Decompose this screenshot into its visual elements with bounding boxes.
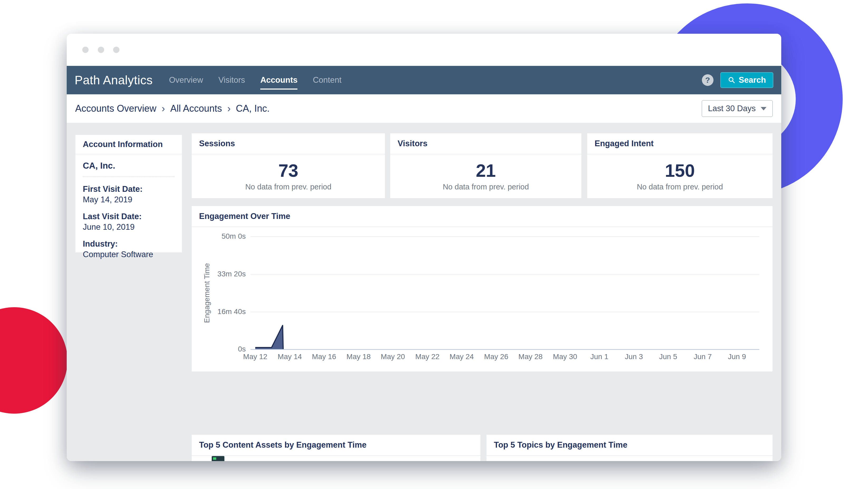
help-icon[interactable]: ? [702, 74, 713, 86]
list-title: Top 5 Content Assets by Engagement Time [199, 440, 367, 450]
x-axis-tick-label: May 16 [312, 353, 336, 361]
stat-title: Engaged Intent [595, 139, 654, 148]
stat-note: No data from prev. period [443, 183, 529, 191]
x-axis-tick-label: Jun 1 [590, 353, 609, 361]
field-label: Industry: [83, 239, 175, 249]
x-axis-tick-label: Jun 5 [659, 353, 677, 361]
x-axis-tick-label: May 26 [484, 353, 508, 361]
breadcrumb-all-accounts[interactable]: All Accounts [170, 103, 222, 114]
content-thumbnail [212, 456, 224, 461]
y-axis-label: Engagement Time [203, 263, 211, 323]
sessions-card: Sessions 73 No data from prev. period [192, 133, 385, 198]
window-control-dot[interactable] [82, 46, 89, 53]
field-value: May 14, 2019 [83, 194, 175, 205]
account-info-title: Account Information [83, 140, 163, 149]
tab-content[interactable]: Content [313, 66, 341, 94]
x-axis-tick-label: May 22 [415, 353, 439, 361]
x-axis-tick-label: May 20 [381, 353, 405, 361]
engagement-time-value: 2h 11m [739, 460, 765, 461]
y-axis-tick-label: 16m 40s [208, 307, 246, 317]
x-axis-tick-label: May 18 [346, 353, 371, 361]
window-titlebar [67, 34, 781, 66]
engagement-chart: 50m 0s 33m 20s 16m 40s 0s Engagement Tim… [192, 227, 773, 371]
engagement-chart-card: Engagement Over Time 50m 0s 33m 20s 16m … [192, 206, 773, 371]
chart-title: Engagement Over Time [199, 211, 290, 221]
top-navbar: Path Analytics Overview Visitors Account… [67, 66, 781, 94]
window-control-dot[interactable] [98, 46, 104, 53]
search-button-label: Search [739, 75, 766, 85]
stat-note: No data from prev. period [245, 183, 332, 191]
stat-value: 150 [665, 161, 695, 180]
rank-label: 1 [199, 460, 209, 461]
chevron-right-icon: › [227, 103, 231, 113]
stat-value: 21 [476, 161, 496, 180]
field-value: June 10, 2019 [83, 222, 175, 232]
list-title: Top 5 Topics by Engagement Time [494, 440, 627, 450]
content-asset-row[interactable]: 1 Whitepaper: The AlienVault Incident Re… [192, 456, 480, 461]
field-value: Computer Software [83, 249, 175, 260]
tab-accounts[interactable]: Accounts [260, 66, 298, 94]
field-label: First Visit Date: [83, 184, 175, 194]
topic-title[interactable]: Intrusion detection system [505, 460, 733, 461]
x-axis-tick-label: Jun 7 [694, 353, 712, 361]
x-axis-tick-label: May 24 [450, 353, 474, 361]
content-asset-title[interactable]: Whitepaper: The AlienVault Incident Resp… [234, 460, 440, 461]
search-button[interactable]: Search [720, 72, 773, 88]
account-name: CA, Inc. [83, 161, 175, 171]
app-window: Path Analytics Overview Visitors Account… [67, 34, 781, 461]
x-axis-tick-label: Jun 9 [728, 353, 746, 361]
breadcrumb: Accounts Overview › All Accounts › CA, I… [67, 94, 781, 123]
chevron-right-icon: › [162, 103, 165, 113]
date-range-value: Last 30 Days [708, 104, 756, 113]
field-label: Last Visit Date: [83, 211, 175, 222]
x-axis-tick-label: May 30 [553, 353, 577, 361]
y-axis-tick-label: 0s [208, 345, 246, 354]
x-axis-tick-label: May 14 [278, 353, 302, 361]
stat-value: 73 [278, 161, 299, 180]
account-info-card: Account Information CA, Inc. First Visit… [75, 135, 182, 252]
page-content: Account Information CA, Inc. First Visit… [67, 123, 781, 461]
x-axis-tick-label: May 28 [518, 353, 542, 361]
top-content-assets-card: Top 5 Content Assets by Engagement Time … [192, 435, 480, 461]
stat-title: Visitors [398, 139, 427, 148]
breadcrumb-current-account: CA, Inc. [236, 103, 270, 114]
date-range-select[interactable]: Last 30 Days [702, 100, 773, 117]
window-control-dot[interactable] [113, 46, 119, 53]
x-axis-tick-label: May 12 [243, 353, 267, 361]
nav-tabs: Overview Visitors Accounts Content [169, 66, 341, 94]
search-icon [728, 76, 736, 84]
top-topics-card: Top 5 Topics by Engagement Time 1 Intrus… [487, 435, 773, 461]
topic-row[interactable]: 1 Intrusion detection system 2h 11m [487, 456, 773, 461]
x-axis-tick-label: Jun 3 [625, 353, 643, 361]
tab-overview[interactable]: Overview [169, 66, 203, 94]
breadcrumb-accounts-overview[interactable]: Accounts Overview [75, 103, 156, 114]
stat-note: No data from prev. period [637, 183, 723, 191]
divider [83, 176, 175, 177]
decorative-circle [0, 307, 67, 414]
stat-title: Sessions [199, 139, 235, 148]
app-logo: Path Analytics [74, 73, 153, 87]
visitors-card: Visitors 21 No data from prev. period [390, 133, 581, 198]
chevron-down-icon [761, 107, 767, 110]
engaged-intent-card: Engaged Intent 150 No data from prev. pe… [587, 133, 773, 198]
y-axis-tick-label: 33m 20s [208, 269, 246, 279]
tab-visitors[interactable]: Visitors [218, 66, 245, 94]
engagement-time-value: 1h 10m [447, 460, 473, 461]
y-axis-tick-label: 50m 0s [208, 232, 246, 241]
engagement-area-series [250, 227, 760, 351]
rank-label: 1 [494, 460, 505, 461]
